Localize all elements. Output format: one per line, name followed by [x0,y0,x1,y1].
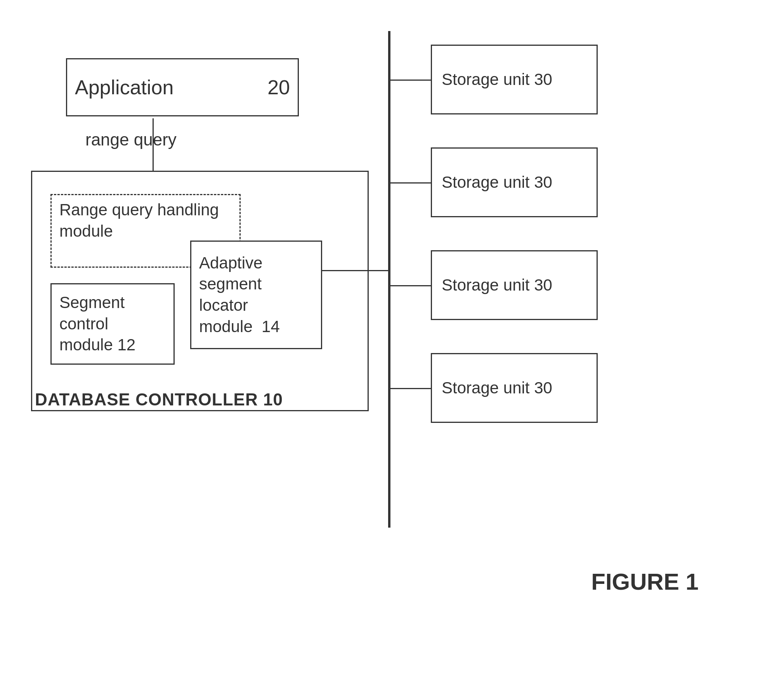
vertical-divider [388,31,390,528]
storage-label-3: Storage unit 30 [442,276,552,294]
storage-unit-box-2: Storage unit 30 [431,147,598,217]
storage-label-2: Storage unit 30 [442,173,552,192]
storage-label-4: Storage unit 30 [442,379,552,397]
figure-label: FIGURE 1 [591,568,699,595]
range-query-module-label: Range query handlingmodule [59,199,232,242]
storage-unit-box-1: Storage unit 30 [431,45,598,114]
h-line-storage-1 [390,80,431,81]
segment-control-label: Segmentcontrolmodule 12 [59,292,166,356]
application-number: 20 [267,76,290,99]
application-box: Application 20 [66,58,299,116]
adaptive-module-label: Adaptivesegmentlocatormodule 14 [199,253,313,337]
storage-label-1: Storage unit 30 [442,70,552,89]
adaptive-module-box: Adaptivesegmentlocatormodule 14 [190,241,322,349]
h-connector-adaptive [322,270,390,271]
storage-unit-box-4: Storage unit 30 [431,353,598,423]
storage-unit-box-3: Storage unit 30 [431,250,598,320]
h-line-storage-3 [390,285,431,286]
h-line-storage-4 [390,388,431,389]
diagram: Application 20 range query DATABASE CONT… [0,0,784,696]
range-query-label: range query [85,130,177,149]
segment-control-module-box: Segmentcontrolmodule 12 [50,283,175,365]
database-controller-label: DATABASE CONTROLLER 10 [35,390,283,409]
application-label: Application [75,76,267,99]
h-line-storage-2 [390,182,431,184]
